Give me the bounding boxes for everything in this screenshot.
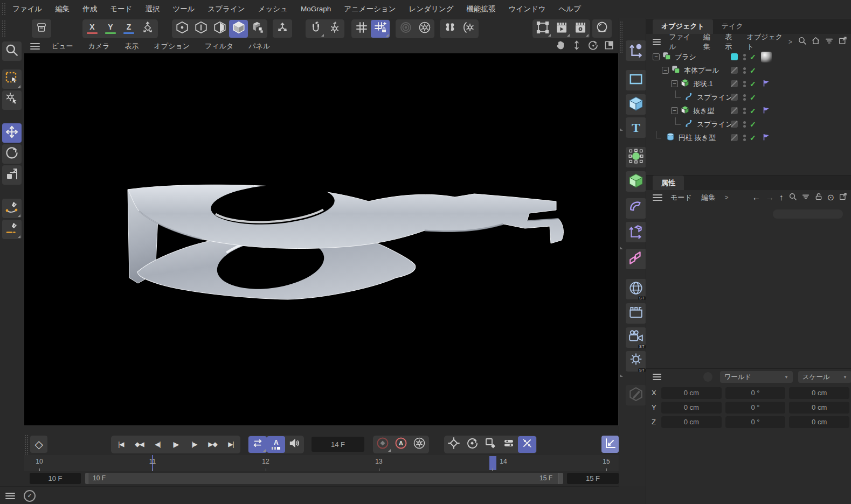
coord-x-scale-field[interactable]: 0 cm bbox=[789, 387, 849, 399]
range-end-field[interactable]: 15 F bbox=[567, 473, 619, 484]
visibility-dots[interactable] bbox=[743, 93, 746, 102]
coord-z-rotation-field[interactable]: 0 ° bbox=[725, 416, 786, 428]
menu-item-mode[interactable]: モード bbox=[103, 4, 139, 14]
om-menu-objects[interactable]: オブジェクト bbox=[742, 32, 788, 52]
tag-icon[interactable] bbox=[762, 106, 770, 116]
camera-object-button[interactable]: ST bbox=[626, 327, 646, 348]
render-settings-button[interactable] bbox=[571, 20, 590, 38]
dolly-icon[interactable] bbox=[571, 40, 582, 53]
visibility-dots[interactable] bbox=[743, 53, 746, 61]
playhead[interactable] bbox=[489, 456, 496, 470]
spline-pen-palette-button[interactable] bbox=[626, 40, 646, 61]
object-row-cutter[interactable]: − 抜き型 ✓ bbox=[646, 104, 851, 117]
collapse-toggle[interactable]: − bbox=[662, 67, 669, 74]
model-mode-button[interactable] bbox=[229, 20, 248, 38]
point-mode-button[interactable] bbox=[172, 20, 191, 38]
autokey-button[interactable]: A bbox=[267, 436, 285, 453]
menu-item-create[interactable]: 作成 bbox=[76, 4, 103, 14]
record-pla-button[interactable] bbox=[518, 436, 536, 453]
enable-check-icon[interactable]: ✓ bbox=[750, 134, 756, 142]
history-forward-icon[interactable]: → bbox=[766, 193, 774, 202]
coord-x-rotation-field[interactable]: 0 ° bbox=[725, 387, 786, 399]
collapse-toggle[interactable]: − bbox=[671, 80, 678, 87]
record-keyframe-button[interactable] bbox=[373, 436, 392, 453]
enable-check-icon[interactable]: ✓ bbox=[750, 66, 756, 75]
goto-start-button[interactable]: |◀ bbox=[112, 436, 130, 453]
visibility-dots[interactable] bbox=[743, 66, 746, 75]
record-rotation-button[interactable] bbox=[463, 436, 481, 453]
spline-pen-button[interactable] bbox=[2, 199, 22, 218]
filter-icon[interactable] bbox=[825, 36, 834, 47]
object-manager-hamburger-icon[interactable] bbox=[653, 37, 661, 47]
coordinate-system-dropdown[interactable]: ワールド ▼ bbox=[720, 371, 793, 383]
visibility-dots[interactable] bbox=[743, 80, 746, 88]
snap-settings-button[interactable] bbox=[325, 20, 344, 38]
tab-objects[interactable]: オブジェクト bbox=[653, 19, 713, 34]
mograph-cloner-button[interactable] bbox=[626, 249, 646, 269]
layer-swatch-empty[interactable] bbox=[731, 80, 738, 87]
menu-item-mesh[interactable]: メッシュ bbox=[252, 4, 294, 14]
menu-overflow-chevron[interactable]: > bbox=[788, 38, 792, 46]
material-manager-button[interactable] bbox=[592, 19, 612, 38]
range-handle-right[interactable] bbox=[558, 473, 563, 484]
current-frame-field[interactable]: 14 F bbox=[312, 437, 364, 452]
layer-swatch-empty[interactable] bbox=[731, 134, 738, 141]
search-icon[interactable] bbox=[798, 36, 807, 47]
attr-menu-mode[interactable]: モード bbox=[666, 193, 697, 202]
range-slider[interactable]: 10 F 15 F bbox=[85, 473, 563, 484]
primitive-cube-button[interactable] bbox=[626, 94, 646, 115]
move-tool-button[interactable] bbox=[2, 123, 22, 143]
target-mode-icon[interactable]: ⊙ bbox=[827, 192, 834, 202]
collapse-toggle[interactable]: − bbox=[653, 53, 660, 60]
maximize-view-icon[interactable] bbox=[604, 40, 614, 53]
generator-cube-button[interactable] bbox=[626, 171, 646, 192]
sound-button[interactable] bbox=[285, 436, 303, 453]
next-key-button[interactable]: ▶◆ bbox=[203, 436, 222, 453]
visibility-dots[interactable] bbox=[743, 120, 746, 129]
menu-item-tools[interactable]: ツール bbox=[166, 4, 201, 14]
center-circles-button[interactable] bbox=[396, 20, 415, 38]
coordinate-hamburger-icon[interactable] bbox=[653, 372, 661, 382]
object-row-spline-2[interactable]: スプライン ✓ bbox=[646, 117, 851, 131]
attr-menu-edit[interactable]: 編集 bbox=[697, 193, 721, 202]
polygon-mode-button[interactable] bbox=[210, 20, 229, 38]
enable-check-icon[interactable]: ✓ bbox=[750, 53, 756, 61]
panel-resize-handle[interactable] bbox=[620, 247, 623, 249]
object-row-spline-1[interactable]: スプライン ✓ bbox=[646, 90, 851, 104]
quantize-toggle-button[interactable] bbox=[371, 20, 390, 38]
tag-icon[interactable] bbox=[762, 133, 770, 143]
range-start-field[interactable]: 10 F bbox=[30, 473, 81, 484]
menu-item-animation[interactable]: アニメーション bbox=[337, 4, 402, 14]
lock-icon[interactable] bbox=[814, 192, 823, 203]
menu-grip[interactable] bbox=[2, 3, 6, 16]
menu-item-select[interactable]: 選択 bbox=[139, 4, 166, 14]
edit-hexagon-button[interactable] bbox=[626, 385, 646, 405]
spline-rectangle-button[interactable] bbox=[626, 70, 646, 90]
visibility-dots[interactable] bbox=[743, 107, 746, 115]
toolbar-grip[interactable] bbox=[2, 20, 6, 37]
select-tool-button[interactable] bbox=[2, 69, 22, 89]
axis-modifier-button[interactable] bbox=[626, 222, 646, 242]
play-button[interactable]: ▶ bbox=[167, 436, 185, 453]
range-handle-left[interactable] bbox=[85, 473, 88, 484]
filter-icon[interactable] bbox=[801, 192, 810, 203]
snap-toggle-button[interactable] bbox=[306, 20, 325, 38]
axis-tool-button[interactable] bbox=[273, 19, 292, 38]
coord-y-scale-field[interactable]: 0 cm bbox=[789, 402, 849, 414]
tweak-tool-button[interactable] bbox=[2, 90, 22, 110]
menu-item-window[interactable]: ウインドウ bbox=[502, 4, 552, 14]
scale-tool-button[interactable] bbox=[2, 165, 22, 185]
tab-take[interactable]: テイク bbox=[713, 19, 752, 34]
viewport-menu-display[interactable]: 表示 bbox=[117, 41, 147, 51]
symmetry-toggle-button[interactable] bbox=[440, 20, 459, 38]
coord-y-position-field[interactable]: 0 cm bbox=[661, 402, 722, 414]
record-scale-button[interactable] bbox=[481, 436, 500, 453]
viewport-menu-view[interactable]: ビュー bbox=[44, 41, 81, 51]
pan-hand-icon[interactable] bbox=[555, 40, 566, 53]
record-position-button[interactable] bbox=[445, 436, 463, 453]
grid-toggle-button[interactable] bbox=[352, 20, 371, 38]
rotate-tool-button[interactable] bbox=[2, 144, 22, 164]
object-row-shape-1[interactable]: − 形状.1 ✓ bbox=[646, 77, 851, 90]
subdivision-surface-button[interactable] bbox=[626, 147, 646, 167]
object-axis-mode-button[interactable] bbox=[248, 20, 267, 38]
